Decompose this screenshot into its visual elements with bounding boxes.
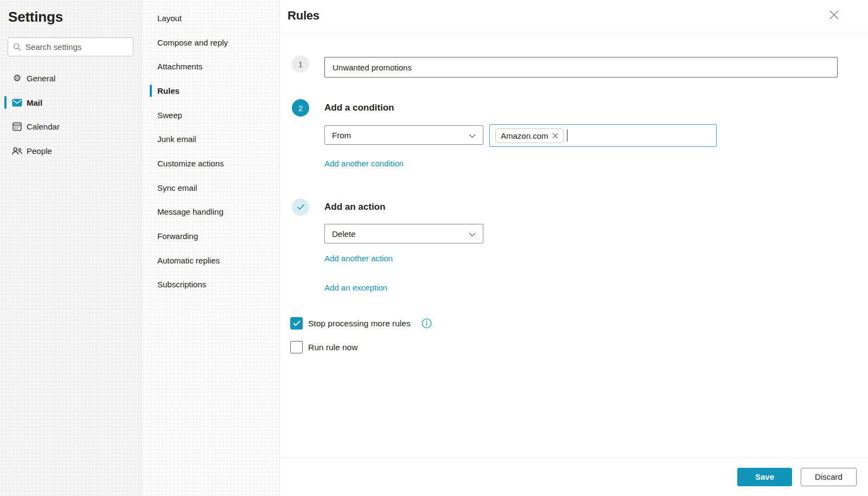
people-icon [12,146,22,156]
discard-button[interactable]: Discard [801,468,857,486]
subnav-item-attachments[interactable]: Attachments [142,54,279,79]
rule-options: Stop processing more rules Run rule now [290,317,868,353]
mail-icon [12,98,22,108]
chip-dismiss-icon[interactable] [552,133,558,139]
stop-processing-label: Stop processing more rules [308,319,411,328]
run-rule-now-label: Run rule now [308,343,358,352]
subnav-item-label: Message handling [157,207,224,216]
subnav-item-label: Sweep [157,111,182,120]
rule-form: 1 2 Add a condition From [280,34,868,353]
subnav-item-label: Automatic replies [157,256,220,265]
save-button[interactable]: Save [737,468,792,486]
subnav-item-label: Junk email [157,134,196,144]
settings-sidebar: Settings ⚙ General Mail Calendar [0,0,142,496]
condition-type-value: From [332,131,351,140]
subnav-item-sweep[interactable]: Sweep [142,103,279,127]
step-1-badge: 1 [292,55,309,73]
rule-name-input[interactable] [324,57,838,78]
add-condition-heading: Add a condition [324,99,868,117]
stop-processing-row: Stop processing more rules [290,317,868,330]
panel-footer: Save Discard [280,457,868,496]
selected-indicator [4,96,7,109]
sidebar-item-calendar[interactable]: Calendar [0,114,141,139]
settings-category-nav: ⚙ General Mail Calendar People [0,66,141,163]
step-condition-row: 2 Add a condition From Amazon.com [292,99,868,169]
settings-title: Settings [0,8,141,25]
chip-label: Amazon.com [501,131,548,140]
chevron-down-icon [469,229,476,239]
add-another-condition-link[interactable]: Add another condition [324,159,404,168]
step-2-badge: 2 [292,99,309,117]
subnav-item-label: Rules [157,86,180,95]
subnav-item-message-handling[interactable]: Message handling [142,200,279,224]
sidebar-item-label: People [27,146,52,156]
search-settings-box[interactable] [8,37,133,56]
sidebar-item-people[interactable]: People [0,139,141,163]
step-name-row: 1 [292,55,868,78]
step-3-badge [292,198,309,216]
mail-settings-subnav: Layout Compose and reply Attachments Rul… [142,0,280,496]
condition-value-chip[interactable]: Amazon.com [495,128,564,143]
add-another-action-link[interactable]: Add another action [324,254,393,263]
search-icon [12,42,22,52]
subnav-item-sync-email[interactable]: Sync email [142,176,279,200]
stop-processing-checkbox[interactable] [290,317,303,330]
action-type-value: Delete [332,229,355,239]
sidebar-item-label: General [27,74,55,83]
calendar-icon [12,121,22,132]
subnav-item-label: Forwarding [157,231,198,241]
subnav-item-forwarding[interactable]: Forwarding [142,224,279,248]
action-type-dropdown[interactable]: Delete [324,224,483,243]
panel-header: Rules [280,0,868,34]
rules-edit-panel: Rules 1 2 Add a condition From [280,0,868,496]
gear-icon: ⚙ [12,73,22,83]
selected-indicator [150,85,152,97]
add-an-exception-link[interactable]: Add an exception [324,283,387,292]
subnav-item-subscriptions[interactable]: Subscriptions [142,273,279,297]
sidebar-item-label: Calendar [27,122,60,131]
sidebar-item-mail[interactable]: Mail [0,91,141,115]
subnav-item-layout[interactable]: Layout [142,6,279,30]
subnav-item-label: Compose and reply [157,38,228,47]
subnav-item-rules[interactable]: Rules [142,79,279,103]
subnav-item-label: Attachments [157,62,202,71]
chevron-down-icon [469,131,476,140]
subnav-item-label: Customize actions [157,159,224,168]
condition-value-input[interactable]: Amazon.com [489,124,717,147]
subnav-item-label: Sync email [157,183,197,192]
subnav-item-customize-actions[interactable]: Customize actions [142,151,279,176]
sidebar-item-label: Mail [27,98,42,107]
text-caret [567,130,567,141]
info-icon[interactable] [422,318,432,328]
sidebar-item-general[interactable]: ⚙ General [0,66,141,91]
subnav-item-label: Subscriptions [157,280,206,289]
check-icon [297,203,305,212]
page-title: Rules [288,9,320,23]
subnav-item-junk-email[interactable]: Junk email [142,127,279,151]
subnav-item-compose-and-reply[interactable]: Compose and reply [142,30,279,55]
run-rule-now-row: Run rule now [290,341,868,353]
condition-type-dropdown[interactable]: From [324,125,483,145]
search-settings-input[interactable] [25,42,129,51]
close-icon[interactable] [826,7,842,23]
add-action-heading: Add an action [324,198,868,216]
subnav-item-label: Layout [157,14,182,23]
subnav-item-automatic-replies[interactable]: Automatic replies [142,248,279,273]
run-rule-now-checkbox[interactable] [290,341,303,353]
step-action-row: Add an action Delete Add another action … [292,198,868,293]
